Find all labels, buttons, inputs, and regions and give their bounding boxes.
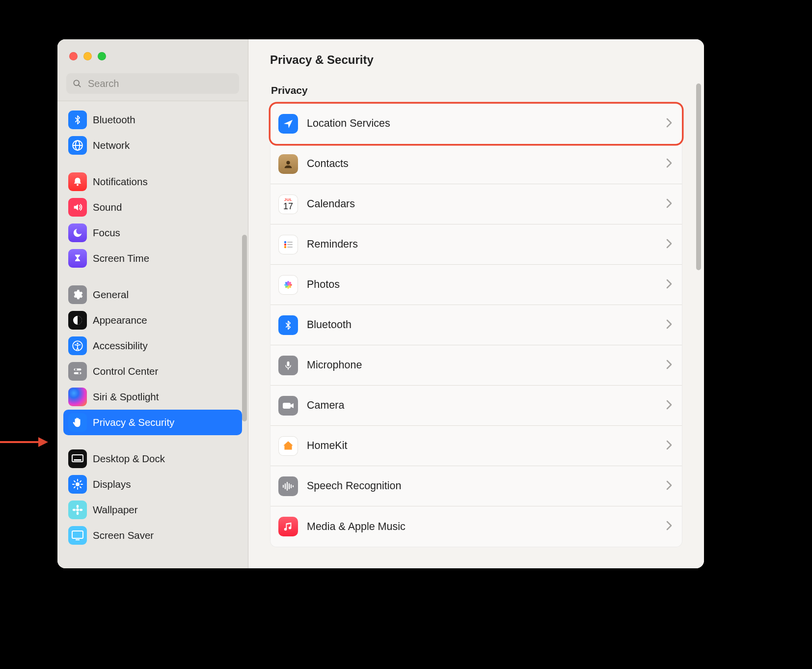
privacy-list: Location Services Contacts JUL 17 — [270, 103, 682, 547]
sidebar-group: Desktop & Dock Displays Wallpaper — [63, 443, 242, 556]
sidebar-item-appearance[interactable]: Appearance — [63, 307, 242, 333]
sidebar-item-label: Screen Saver — [93, 530, 154, 541]
sidebar-item-focus[interactable]: Focus — [63, 220, 242, 246]
sidebar-item-sound[interactable]: Sound — [63, 195, 242, 220]
svg-rect-46 — [287, 361, 290, 366]
sidebar-item-label: Privacy & Security — [93, 417, 174, 428]
sidebar-scrollbar[interactable] — [242, 235, 247, 421]
sound-icon — [68, 198, 87, 217]
svg-point-5 — [77, 184, 79, 186]
sidebar-item-label: Screen Time — [93, 252, 149, 264]
sidebar-item-wallpaper[interactable]: Wallpaper — [63, 497, 242, 523]
svg-line-23 — [74, 487, 75, 488]
row-label: Media & Apple Music — [307, 521, 666, 533]
sidebar-item-siri[interactable]: Siri & Spotlight — [63, 384, 242, 410]
close-window-button[interactable] — [69, 52, 78, 60]
waveform-icon — [278, 476, 298, 496]
chevron-right-icon — [666, 279, 672, 291]
chevron-right-icon — [666, 480, 672, 492]
svg-line-21 — [80, 487, 81, 488]
reminders-icon — [278, 235, 298, 254]
row-photos[interactable]: Photos — [271, 265, 682, 305]
contacts-icon — [278, 154, 298, 174]
row-label: Bluetooth — [307, 319, 666, 331]
sidebar-item-accessibility[interactable]: Accessibility — [63, 333, 242, 359]
hourglass-icon — [68, 249, 87, 268]
row-camera[interactable]: Camera — [271, 386, 682, 426]
hand-icon — [68, 413, 87, 432]
row-label: Speech Recognition — [307, 480, 666, 492]
svg-point-8 — [77, 342, 78, 344]
sidebar-item-label: Desktop & Dock — [93, 453, 165, 465]
minimize-window-button[interactable] — [83, 52, 92, 60]
row-reminders[interactable]: Reminders — [271, 224, 682, 265]
sidebar-item-network[interactable]: Network — [63, 133, 242, 158]
chevron-right-icon — [666, 360, 672, 371]
svg-point-33 — [284, 243, 286, 245]
chevron-right-icon — [666, 521, 672, 532]
sidebar-item-displays[interactable]: Displays — [63, 472, 242, 497]
section-header-privacy: Privacy — [271, 84, 682, 96]
chevron-right-icon — [666, 198, 672, 210]
row-bluetooth[interactable]: Bluetooth — [271, 305, 682, 345]
sidebar-item-screentime[interactable]: Screen Time — [63, 246, 242, 271]
svg-point-31 — [286, 161, 290, 164]
screensaver-icon — [68, 526, 87, 545]
row-speech[interactable]: Speech Recognition — [271, 466, 682, 506]
sliders-icon — [68, 362, 87, 381]
chevron-right-icon — [666, 158, 672, 170]
row-label: Location Services — [307, 117, 666, 130]
fullscreen-window-button[interactable] — [98, 52, 106, 60]
calendar-icon: JUL 17 — [278, 195, 298, 214]
svg-point-32 — [284, 241, 286, 243]
svg-line-1 — [79, 85, 81, 87]
sidebar-item-label: Notifications — [93, 176, 148, 188]
row-homekit[interactable]: HomeKit — [271, 426, 682, 466]
sidebar-item-controlcenter[interactable]: Control Center — [63, 359, 242, 384]
svg-point-27 — [73, 509, 76, 511]
row-contacts[interactable]: Contacts — [271, 144, 682, 184]
sidebar-item-privacy[interactable]: Privacy & Security — [63, 410, 242, 435]
svg-point-12 — [78, 372, 80, 374]
chevron-right-icon — [666, 319, 672, 331]
search-icon — [72, 79, 82, 88]
microphone-icon — [278, 356, 298, 375]
row-microphone[interactable]: Microphone — [271, 345, 682, 386]
search-input[interactable] — [87, 78, 233, 90]
svg-rect-48 — [283, 403, 291, 409]
sidebar-list[interactable]: Bluetooth Network Notifications — [57, 101, 248, 568]
music-icon — [278, 517, 298, 536]
svg-rect-14 — [74, 459, 81, 461]
sidebar-item-label: Appearance — [93, 314, 147, 326]
svg-point-24 — [76, 508, 79, 511]
row-label: HomeKit — [307, 440, 666, 452]
content-pane: Privacy & Security Privacy Location Serv… — [248, 39, 704, 568]
search-field[interactable] — [66, 73, 239, 94]
sidebar-group: Bluetooth Network — [63, 104, 242, 166]
sidebar-header — [57, 39, 248, 101]
annotation-arrow — [0, 440, 48, 445]
appearance-icon — [68, 311, 87, 330]
sidebar-group: General Appearance Accessibility — [63, 279, 242, 443]
photos-icon — [278, 275, 298, 295]
sidebar-item-general[interactable]: General — [63, 282, 242, 307]
window-controls — [69, 52, 239, 60]
row-calendars[interactable]: JUL 17 Calendars — [271, 184, 682, 224]
sidebar-item-notifications[interactable]: Notifications — [63, 169, 242, 195]
camera-icon — [278, 396, 298, 416]
sidebar-item-label: General — [93, 289, 129, 301]
row-location-services[interactable]: Location Services — [271, 104, 682, 144]
network-icon — [68, 136, 87, 155]
sidebar-item-desktop[interactable]: Desktop & Dock — [63, 446, 242, 472]
content-scrollbar[interactable] — [696, 84, 701, 270]
sidebar-item-label: Network — [93, 139, 130, 151]
row-label: Photos — [307, 279, 666, 291]
sidebar-item-label: Displays — [93, 478, 131, 490]
row-media[interactable]: Media & Apple Music — [271, 506, 682, 547]
row-label: Camera — [307, 399, 666, 412]
sidebar-group: Notifications Sound Focus — [63, 166, 242, 279]
sidebar-item-bluetooth[interactable]: Bluetooth — [63, 107, 242, 133]
sidebar-item-screensaver[interactable]: Screen Saver — [63, 523, 242, 548]
dock-icon — [68, 449, 87, 468]
home-icon — [278, 436, 298, 456]
